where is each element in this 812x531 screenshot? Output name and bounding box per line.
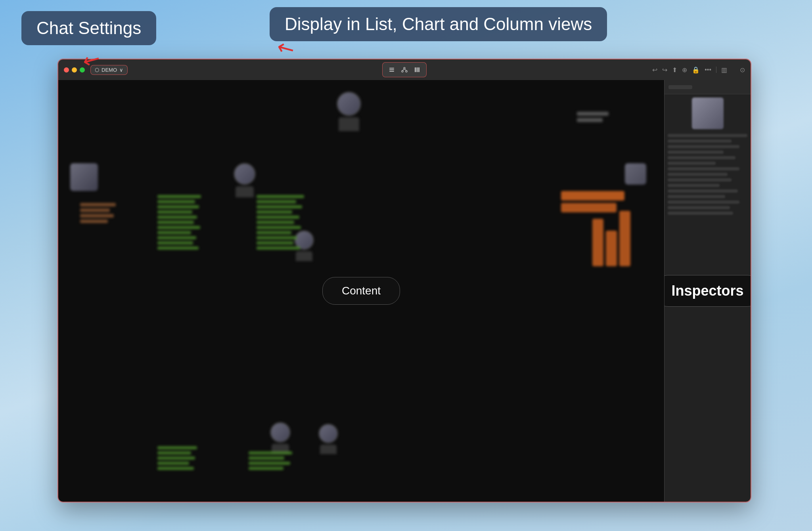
- redo-button[interactable]: ↪: [662, 66, 667, 74]
- chart-view-button[interactable]: [398, 64, 410, 75]
- svg-point-4: [402, 71, 403, 72]
- svg-line-6: [402, 69, 404, 71]
- svg-point-3: [404, 67, 405, 69]
- right-toolbar: ↩ ↪ ⬆ ⊕ 🔒 ••• ▥ ⊙: [652, 66, 745, 74]
- inspector-header: [665, 80, 751, 94]
- svg-rect-1: [389, 69, 394, 70]
- inspector-content: [665, 94, 751, 218]
- svg-rect-8: [415, 67, 416, 72]
- close-button[interactable]: [64, 67, 69, 73]
- inspectors-bubble: Inspectors: [664, 275, 751, 307]
- svg-rect-10: [418, 67, 419, 72]
- lock-button[interactable]: 🔒: [692, 66, 700, 74]
- more-button[interactable]: •••: [705, 66, 711, 73]
- view-toolbar: [382, 62, 427, 77]
- undo-button[interactable]: ↩: [652, 66, 657, 74]
- svg-line-7: [404, 69, 406, 71]
- title-bar: ⬡ DEMO ∨: [58, 59, 751, 80]
- content-bubble: Content: [322, 277, 400, 305]
- project-name: DEMO: [102, 67, 117, 73]
- share-button[interactable]: ⬆: [672, 66, 677, 74]
- app-window: ⬡ DEMO ∨: [57, 59, 751, 502]
- dropdown-chevron-icon: ∨: [119, 67, 123, 73]
- list-view-button[interactable]: [386, 64, 398, 75]
- svg-point-5: [406, 71, 407, 72]
- clock-button[interactable]: ⊙: [740, 66, 745, 74]
- inspector-avatar: [692, 97, 724, 129]
- settings-button[interactable]: ⊕: [682, 66, 687, 74]
- sidebar-toggle-button[interactable]: ▥: [721, 66, 727, 74]
- inspector-panel: Inspectors: [664, 80, 751, 502]
- display-views-tooltip: Display in List, Chart and Column views: [270, 7, 607, 41]
- svg-rect-2: [389, 71, 394, 72]
- minimize-button[interactable]: [72, 67, 77, 73]
- chat-settings-tooltip: Chat Settings: [21, 11, 156, 45]
- column-view-button[interactable]: [411, 64, 423, 75]
- main-area: Content: [58, 80, 751, 502]
- svg-rect-9: [417, 67, 418, 72]
- canvas-area[interactable]: Content: [58, 80, 664, 502]
- traffic-lights: [64, 67, 85, 73]
- svg-rect-0: [389, 68, 394, 69]
